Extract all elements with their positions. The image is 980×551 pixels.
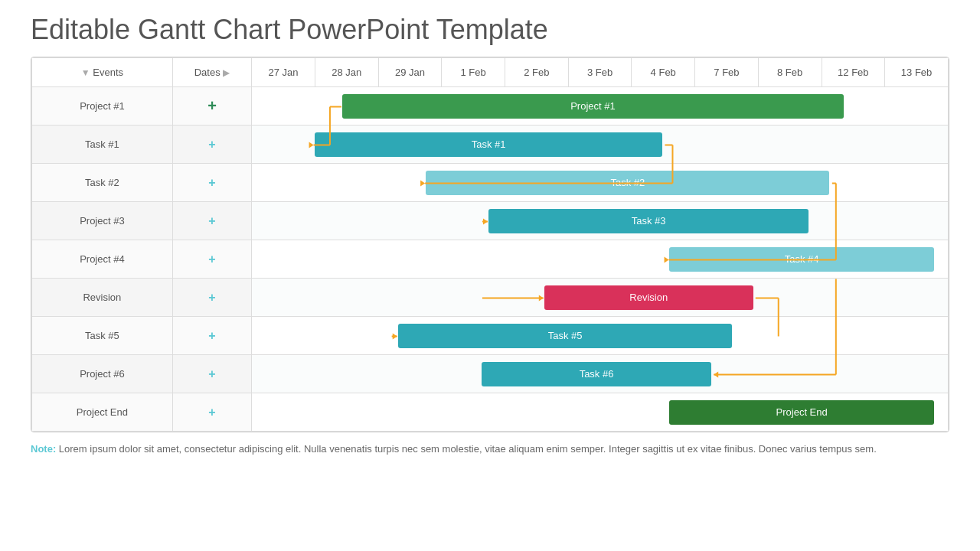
note-label: Note: (31, 443, 56, 455)
col-header-27jan: 27 Jan (252, 58, 315, 87)
col-header-2feb: 2 Feb (505, 58, 568, 87)
gantt-bar[interactable]: Task #4 (669, 247, 933, 272)
gantt-bar[interactable]: Project #1 (342, 94, 843, 119)
row-plus-button[interactable]: + (172, 126, 251, 164)
chart-cell: Project #1 (252, 87, 949, 126)
row-plus-button[interactable]: + (172, 355, 251, 393)
chart-cell: Revision (252, 279, 949, 317)
row-label: Task #5 (32, 317, 173, 355)
gantt-bar[interactable]: Project End (669, 400, 933, 425)
chart-cell: Task #5 (252, 317, 949, 355)
chart-cell: Task #2 (252, 164, 949, 202)
table-row: Revision+Revision (32, 279, 949, 317)
note-text: Lorem ipsum dolor sit amet, consectetur … (56, 443, 877, 455)
gantt-bar[interactable]: Task #2 (426, 171, 829, 195)
note-section: Note: Lorem ipsum dolor sit amet, consec… (31, 442, 949, 458)
chart-cell: Task #1 (252, 126, 949, 164)
header-events: ▼ Events (32, 58, 173, 87)
arrow-right-icon: ▶ (223, 67, 230, 78)
header-dates: Dates ▶ (172, 58, 251, 87)
row-plus-button[interactable]: + (172, 279, 251, 317)
row-label: Project #1 (32, 87, 173, 126)
gantt-bar[interactable]: Revision (544, 285, 753, 310)
gantt-bar[interactable]: Task #6 (482, 362, 711, 386)
row-label: Task #1 (32, 126, 173, 164)
col-header-4feb: 4 Feb (632, 58, 695, 87)
row-plus-button[interactable]: + (172, 87, 251, 126)
table-row: Task #5+Task #5 (32, 317, 949, 355)
col-header-1feb: 1 Feb (442, 58, 505, 87)
chart-cell: Task #3 (252, 202, 949, 240)
gantt-table: ▼ Events Dates ▶ 27 Jan 28 Jan 29 Jan 1 … (31, 57, 949, 432)
row-label: Project End (32, 393, 173, 432)
table-row: Project #6+Task #6 (32, 355, 949, 393)
row-plus-button[interactable]: + (172, 317, 251, 355)
header-row: ▼ Events Dates ▶ 27 Jan 28 Jan 29 Jan 1 … (32, 58, 949, 87)
row-plus-button[interactable]: + (172, 393, 251, 432)
table-row: Task #2+Task #2 (32, 164, 949, 202)
col-header-13feb: 13 Feb (885, 58, 949, 87)
row-label: Project #3 (32, 202, 173, 240)
row-plus-button[interactable]: + (172, 202, 251, 240)
row-plus-button[interactable]: + (172, 240, 251, 279)
chart-cell: Task #4 (252, 240, 949, 279)
table-row: Project #4+Task #4 (32, 240, 949, 279)
row-plus-button[interactable]: + (172, 164, 251, 202)
table-row: Project #3+Task #3 (32, 202, 949, 240)
sort-down-icon: ▼ (81, 67, 90, 78)
col-header-7feb: 7 Feb (695, 58, 759, 87)
row-label: Revision (32, 279, 173, 317)
page-title: Editable Gantt Chart PowerPoint Template (31, 14, 949, 46)
chart-cell: Project End (252, 393, 949, 432)
row-label: Task #2 (32, 164, 173, 202)
table-row: Project End+Project End (32, 393, 949, 432)
row-label: Project #6 (32, 355, 173, 393)
dates-header-label: Dates (194, 67, 220, 78)
col-header-29jan: 29 Jan (378, 58, 442, 87)
col-header-28jan: 28 Jan (315, 58, 378, 87)
gantt-chart: ▼ Events Dates ▶ 27 Jan 28 Jan 29 Jan 1 … (31, 57, 949, 432)
chart-cell: Task #6 (252, 355, 949, 393)
table-row: Task #1+Task #1 (32, 126, 949, 164)
gantt-bar[interactable]: Task #1 (315, 132, 662, 157)
table-row: Project #1+Project #1 (32, 87, 949, 126)
gantt-bar[interactable]: Task #5 (398, 324, 732, 348)
col-header-3feb: 3 Feb (568, 58, 632, 87)
col-header-8feb: 8 Feb (758, 58, 822, 87)
row-label: Project #4 (32, 240, 173, 279)
events-header-label: Events (93, 67, 123, 78)
gantt-bar[interactable]: Task #3 (488, 209, 808, 233)
col-header-12feb: 12 Feb (822, 58, 885, 87)
